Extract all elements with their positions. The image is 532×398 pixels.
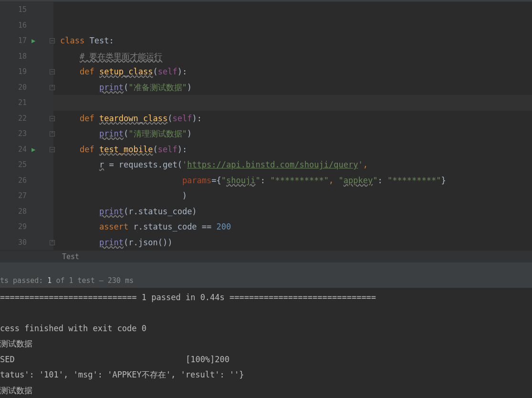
line-number[interactable]: 21 (0, 95, 27, 111)
line-number[interactable]: 17 (0, 33, 27, 49)
line-number[interactable]: 28 (0, 204, 27, 220)
code-line[interactable] (60, 2, 532, 18)
code-line[interactable]: # 要在类里面才能运行 (60, 49, 532, 64)
code-editor[interactable]: 15161718192021222324252627282930▶▶−−⌃−⌃−… (0, 2, 532, 250)
code-line[interactable]: def teardown_class(self): (60, 111, 532, 126)
code-line[interactable]: class Test: (60, 33, 532, 49)
line-number[interactable]: 27 (0, 188, 27, 204)
code-line[interactable]: print(r.json()) (60, 235, 532, 251)
line-number[interactable]: 30 (0, 235, 27, 251)
code-line[interactable]: ) (60, 188, 532, 204)
code-line[interactable]: params={"shouji": "**********", "appkey"… (60, 173, 532, 189)
run-gutter-icon[interactable]: ▶ (31, 37, 35, 44)
gutter[interactable]: 15161718192021222324252627282930▶▶−−⌃−⌃−… (0, 2, 53, 250)
line-number[interactable]: 15 (0, 2, 27, 18)
code-line[interactable]: def test_mobile(self): (60, 142, 532, 157)
line-number[interactable]: 25 (0, 157, 27, 173)
line-number[interactable]: 22 (0, 111, 27, 126)
code-line[interactable]: r = requests.get('https://api.binstd.com… (60, 157, 532, 173)
line-number[interactable]: 16 (0, 18, 27, 33)
line-number[interactable]: 23 (0, 126, 27, 142)
code-line[interactable]: print(r.status_code) (60, 204, 532, 220)
line-number[interactable]: 29 (0, 219, 27, 235)
code-line[interactable] (60, 18, 532, 33)
run-console[interactable]: ============================ 1 passed in… (0, 288, 532, 398)
breadcrumb-item[interactable]: Test (62, 252, 79, 261)
code-line[interactable]: assert r.status_code == 200 (60, 219, 532, 235)
ide-root: 15161718192021222324252627282930▶▶−−⌃−⌃−… (0, 0, 532, 398)
run-gutter-icon[interactable]: ▶ (31, 146, 35, 153)
breadcrumb-bar[interactable]: Test (0, 250, 532, 262)
code-line[interactable]: print("准备测试数据") (60, 80, 532, 95)
code-line[interactable]: def setup_class(self): (60, 64, 532, 80)
line-number[interactable]: 24 (0, 142, 27, 157)
line-number[interactable]: 20 (0, 80, 27, 95)
line-number[interactable]: 19 (0, 64, 27, 80)
tool-window-header[interactable] (0, 262, 532, 275)
test-status-line: ts passed: 1 of 1 test – 230 ms (0, 275, 532, 288)
code-area[interactable]: class Test: # 要在类里面才能运行 def setup_class(… (53, 2, 532, 250)
line-number[interactable]: 26 (0, 173, 27, 189)
line-number[interactable]: 18 (0, 49, 27, 64)
code-line[interactable]: print("清理测试数据") (60, 126, 532, 142)
